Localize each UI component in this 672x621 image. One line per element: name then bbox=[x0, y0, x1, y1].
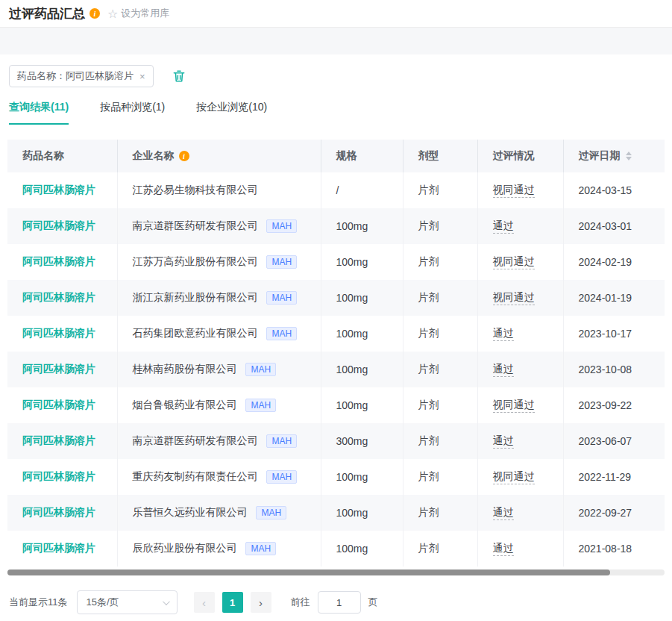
status-text[interactable]: 通过 bbox=[493, 327, 514, 341]
favorite-star-icon[interactable]: ☆ bbox=[107, 7, 118, 21]
page-size-select[interactable]: 15条/页 bbox=[77, 590, 178, 614]
mah-badge: MAH bbox=[266, 434, 297, 448]
page-header: 过评药品汇总 i ☆ 设为常用库 bbox=[0, 0, 672, 28]
status-text[interactable]: 视同通过 bbox=[493, 399, 535, 413]
drug-name-link[interactable]: 阿司匹林肠溶片 bbox=[22, 327, 95, 339]
tab-bar: 查询结果(11) 按品种浏览(1) 按企业浏览(10) bbox=[7, 101, 665, 131]
column-header-company[interactable]: 企业名称 i bbox=[117, 140, 321, 172]
status-text[interactable]: 通过 bbox=[493, 363, 514, 377]
prev-page-button[interactable]: ‹ bbox=[194, 592, 215, 613]
tab-by-company[interactable]: 按企业浏览(10) bbox=[196, 101, 267, 125]
chevron-down-icon bbox=[162, 598, 169, 605]
column-header-status-label: 过评情况 bbox=[493, 149, 535, 163]
spec-cell: 300mg bbox=[321, 423, 403, 459]
drug-name-link[interactable]: 阿司匹林肠溶片 bbox=[22, 434, 95, 446]
status-text[interactable]: 通过 bbox=[493, 506, 514, 520]
status-text[interactable]: 视同通过 bbox=[493, 291, 535, 305]
column-header-form[interactable]: 剂型 bbox=[403, 140, 477, 172]
drug-name-link[interactable]: 阿司匹林肠溶片 bbox=[22, 255, 95, 267]
status-text[interactable]: 通过 bbox=[493, 542, 514, 556]
status-text[interactable]: 通过 bbox=[493, 434, 514, 449]
date-cell: 2023-06-07 bbox=[563, 423, 665, 459]
table-header-row: 药品名称 企业名称 i 规格 剂型 过评情况 bbox=[7, 140, 665, 172]
column-header-company-label: 企业名称 bbox=[133, 149, 175, 163]
status-text[interactable]: 视同通过 bbox=[493, 470, 535, 484]
trash-icon[interactable] bbox=[172, 69, 186, 84]
column-header-date[interactable]: 过评日期 bbox=[563, 140, 665, 172]
tab-by-variety[interactable]: 按品种浏览(1) bbox=[100, 101, 165, 125]
tab-query-results[interactable]: 查询结果(11) bbox=[9, 101, 69, 125]
form-cell: 片剂 bbox=[403, 352, 477, 387]
horizontal-scrollbar-thumb[interactable] bbox=[7, 569, 610, 575]
table-row: 阿司匹林肠溶片 乐普恒久远药业有限公司 MAH 100mg 片剂 通过 2022… bbox=[7, 495, 665, 531]
table-row: 阿司匹林肠溶片 辰欣药业股份有限公司 MAH 100mg 片剂 通过 2021-… bbox=[7, 531, 665, 567]
goto-label: 前往 bbox=[291, 596, 310, 609]
spec-cell: 100mg bbox=[321, 352, 403, 387]
sort-desc-icon[interactable] bbox=[626, 157, 632, 160]
drug-name-link[interactable]: 阿司匹林肠溶片 bbox=[22, 184, 95, 196]
column-header-form-label: 剂型 bbox=[418, 149, 439, 163]
column-header-drug-label: 药品名称 bbox=[22, 149, 64, 163]
favorite-label[interactable]: 设为常用库 bbox=[121, 7, 169, 20]
mah-badge: MAH bbox=[245, 399, 276, 412]
drug-name-link[interactable]: 阿司匹林肠溶片 bbox=[22, 291, 95, 303]
next-page-button[interactable]: › bbox=[251, 592, 271, 613]
company-name: 南京道群医药研发有限公司 bbox=[133, 434, 258, 446]
table-row: 阿司匹林肠溶片 桂林南药股份有限公司 MAH 100mg 片剂 通过 2023-… bbox=[7, 352, 665, 387]
date-cell: 2022-11-29 bbox=[563, 459, 665, 495]
column-header-spec[interactable]: 规格 bbox=[321, 140, 403, 172]
mah-badge: MAH bbox=[266, 470, 297, 484]
pagination-summary: 当前显示11条 bbox=[9, 596, 68, 609]
form-cell: 片剂 bbox=[403, 244, 477, 280]
company-info-icon[interactable]: i bbox=[179, 151, 189, 161]
form-cell: 片剂 bbox=[403, 316, 477, 352]
mah-badge: MAH bbox=[266, 219, 297, 233]
column-header-status[interactable]: 过评情况 bbox=[477, 140, 563, 172]
form-cell: 片剂 bbox=[403, 459, 477, 495]
mah-badge: MAH bbox=[245, 542, 276, 555]
drug-name-link[interactable]: 阿司匹林肠溶片 bbox=[22, 399, 95, 411]
pagination-bar: 当前显示11条 15条/页 ‹ 1 › 前往 页 bbox=[7, 590, 665, 614]
mah-badge: MAH bbox=[266, 327, 297, 340]
sort-asc-icon[interactable] bbox=[626, 152, 632, 155]
page-unit-label: 页 bbox=[368, 596, 378, 609]
page-title: 过评药品汇总 bbox=[9, 5, 85, 22]
table-row: 阿司匹林肠溶片 烟台鲁银药业有限公司 MAH 100mg 片剂 视同通过 202… bbox=[7, 387, 665, 423]
sort-icon[interactable] bbox=[626, 152, 632, 160]
table-row: 阿司匹林肠溶片 江苏万高药业股份有限公司 MAH 100mg 片剂 视同通过 2… bbox=[7, 244, 665, 280]
drug-name-link[interactable]: 阿司匹林肠溶片 bbox=[22, 219, 95, 231]
drug-name-link[interactable]: 阿司匹林肠溶片 bbox=[22, 470, 95, 482]
date-cell: 2024-03-15 bbox=[563, 172, 665, 208]
mah-badge: MAH bbox=[266, 255, 297, 269]
column-header-date-label: 过评日期 bbox=[579, 149, 621, 163]
spec-cell: 100mg bbox=[321, 208, 403, 244]
title-info-icon[interactable]: i bbox=[90, 8, 100, 19]
date-cell: 2023-09-22 bbox=[563, 387, 665, 423]
drug-name-link[interactable]: 阿司匹林肠溶片 bbox=[22, 542, 95, 554]
status-text[interactable]: 视同通过 bbox=[493, 184, 535, 198]
horizontal-scrollbar-track[interactable] bbox=[7, 569, 665, 575]
form-cell: 片剂 bbox=[403, 172, 477, 208]
goto-page-input[interactable] bbox=[318, 591, 361, 614]
status-text[interactable]: 视同通过 bbox=[493, 255, 535, 269]
drug-name-link[interactable]: 阿司匹林肠溶片 bbox=[22, 363, 95, 375]
table-row: 阿司匹林肠溶片 重庆药友制药有限责任公司 MAH 100mg 片剂 视同通过 2… bbox=[7, 459, 665, 495]
spec-cell: 100mg bbox=[321, 244, 403, 280]
status-text[interactable]: 通过 bbox=[493, 219, 514, 234]
spec-cell: 100mg bbox=[321, 495, 403, 531]
mah-badge: MAH bbox=[266, 291, 297, 305]
company-name: 南京道群医药研发有限公司 bbox=[133, 219, 258, 231]
date-cell: 2022-09-27 bbox=[563, 495, 665, 531]
page-number-button[interactable]: 1 bbox=[222, 592, 243, 613]
spec-cell: 100mg bbox=[321, 531, 403, 567]
drug-name-link[interactable]: 阿司匹林肠溶片 bbox=[22, 506, 95, 518]
company-name: 江苏必易生物科技有限公司 bbox=[133, 184, 258, 196]
mah-badge: MAH bbox=[245, 363, 276, 376]
filter-tag-close-icon[interactable]: × bbox=[139, 71, 145, 82]
date-cell: 2023-10-17 bbox=[563, 316, 665, 352]
date-cell: 2024-01-19 bbox=[563, 280, 665, 316]
column-header-drug[interactable]: 药品名称 bbox=[7, 140, 117, 172]
company-name: 重庆药友制药有限责任公司 bbox=[133, 470, 258, 482]
column-header-spec-label: 规格 bbox=[336, 149, 357, 163]
company-name: 辰欣药业股份有限公司 bbox=[133, 542, 237, 554]
